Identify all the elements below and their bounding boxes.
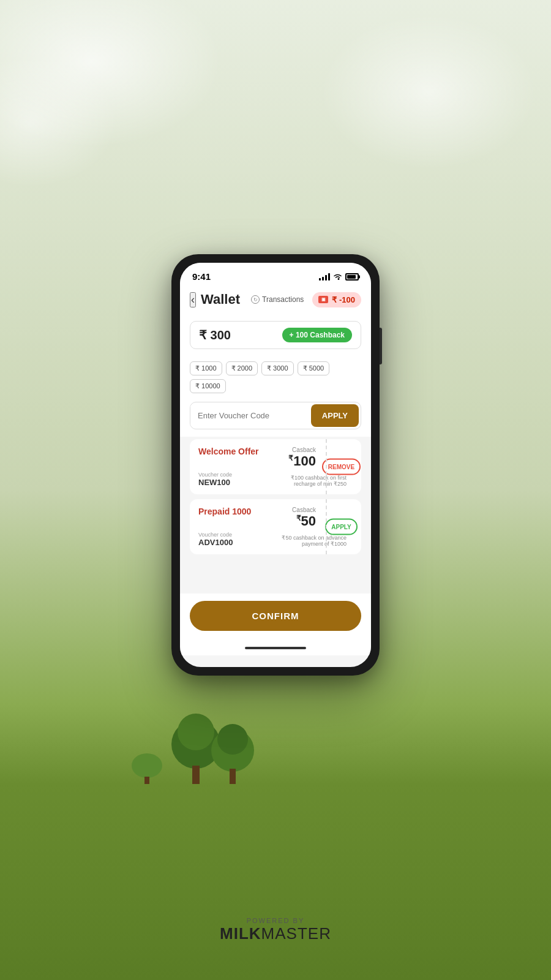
phone-frame: 9:41 xyxy=(171,254,380,676)
offer-card-2: Prepaid 1000 Casback ₹50 Vo xyxy=(190,499,361,554)
wallet-card-icon: ▣ xyxy=(318,296,328,303)
offer-1-cashback-amount: ₹100 xyxy=(288,453,316,469)
app-header: ‹ Wallet ↻ Transactions ▣ ₹ -100 xyxy=(180,285,371,314)
offer-1-cashback: Casback ₹100 xyxy=(288,447,316,469)
voucher-input[interactable] xyxy=(190,404,309,427)
brand-light: MASTER xyxy=(261,924,331,943)
powered-by-text: POWERED BY xyxy=(220,917,331,924)
offer-card-1: Welcome Offer Casback ₹100 xyxy=(190,439,361,494)
quick-amount-5000[interactable]: ₹ 5000 xyxy=(298,361,330,375)
brand-name: MILKMASTER xyxy=(220,924,331,943)
offer-1-name: Welcome Offer xyxy=(198,447,259,456)
offer-2-description: ₹50 cashback on advance payment of ₹1000 xyxy=(279,535,347,547)
remove-offer-1-button[interactable]: REMOVE xyxy=(322,459,361,475)
brand-bold: MILK xyxy=(220,924,261,943)
offer-1-action-area: REMOVE xyxy=(328,459,355,475)
home-indicator xyxy=(180,641,371,655)
background-trees xyxy=(0,662,551,784)
quick-amount-1000[interactable]: ₹ 1000 xyxy=(190,361,222,375)
status-bar: 9:41 xyxy=(180,263,371,285)
offer-1-cashback-label: Casback xyxy=(288,447,316,453)
wifi-icon xyxy=(333,273,342,281)
offer-2-cashback: Casback ₹50 xyxy=(292,507,316,529)
offer-2-name: Prepaid 1000 xyxy=(198,507,251,516)
transaction-icon: ↻ xyxy=(251,295,260,304)
status-icons xyxy=(319,273,359,281)
offer-2-action-area: APPLY xyxy=(328,519,355,535)
voucher-section: APPLY xyxy=(180,402,371,437)
quick-amount-3000[interactable]: ₹ 3000 xyxy=(261,361,294,375)
phone-screen: 9:41 xyxy=(180,263,371,667)
quick-amounts-row: ₹ 1000 ₹ 2000 ₹ 3000 ₹ 5000 ₹ 10000 xyxy=(180,356,371,402)
home-bar xyxy=(245,647,306,649)
debit-amount: ₹ -100 xyxy=(332,295,355,304)
voucher-row: APPLY xyxy=(190,402,361,429)
amount-display[interactable]: ₹ 300 xyxy=(199,328,231,342)
amount-input-row: ₹ 300 + 100 Cashback xyxy=(190,321,361,349)
offer-1-voucher-label: Voucher code xyxy=(198,472,232,478)
offer-2-voucher-code: ADV1000 xyxy=(198,538,233,547)
apply-offer-2-button[interactable]: APPLY xyxy=(325,519,357,535)
page-title: Wallet xyxy=(201,292,242,307)
powered-by-section: POWERED BY MILKMASTER xyxy=(220,917,331,943)
offer-1-description: ₹100 cashback on first recharge of min ₹… xyxy=(279,475,347,487)
phone-device: 9:41 xyxy=(171,254,380,676)
signal-icon xyxy=(319,273,330,281)
battery-icon xyxy=(345,273,359,281)
quick-amount-2000[interactable]: ₹ 2000 xyxy=(226,361,258,375)
confirm-button[interactable]: CONFIRM xyxy=(190,601,361,631)
content-spacer xyxy=(180,557,371,594)
quick-amount-10000[interactable]: ₹ 10000 xyxy=(190,379,226,393)
transactions-button[interactable]: ↻ Transactions xyxy=(247,293,307,306)
power-button xyxy=(380,328,382,364)
back-button[interactable]: ‹ xyxy=(190,292,196,307)
amount-section: ₹ 300 + 100 Cashback xyxy=(180,314,371,356)
transactions-label: Transactions xyxy=(262,295,304,304)
offer-2-voucher: Voucher code ADV1000 xyxy=(198,532,233,547)
offer-2-cashback-amount: ₹50 xyxy=(292,513,316,529)
voucher-apply-button[interactable]: APPLY xyxy=(311,404,359,427)
offer-2-voucher-label: Voucher code xyxy=(198,532,233,538)
status-time: 9:41 xyxy=(192,271,211,282)
offer-1-voucher-code: NEW100 xyxy=(198,478,232,487)
offers-section: Welcome Offer Casback ₹100 xyxy=(180,437,371,557)
offer-2-cashback-label: Casback xyxy=(292,507,316,513)
wallet-debit-badge[interactable]: ▣ ₹ -100 xyxy=(312,292,361,307)
offer-1-voucher: Voucher code NEW100 xyxy=(198,472,232,487)
cashback-badge: + 100 Cashback xyxy=(282,328,352,342)
confirm-section: CONFIRM xyxy=(180,594,371,641)
